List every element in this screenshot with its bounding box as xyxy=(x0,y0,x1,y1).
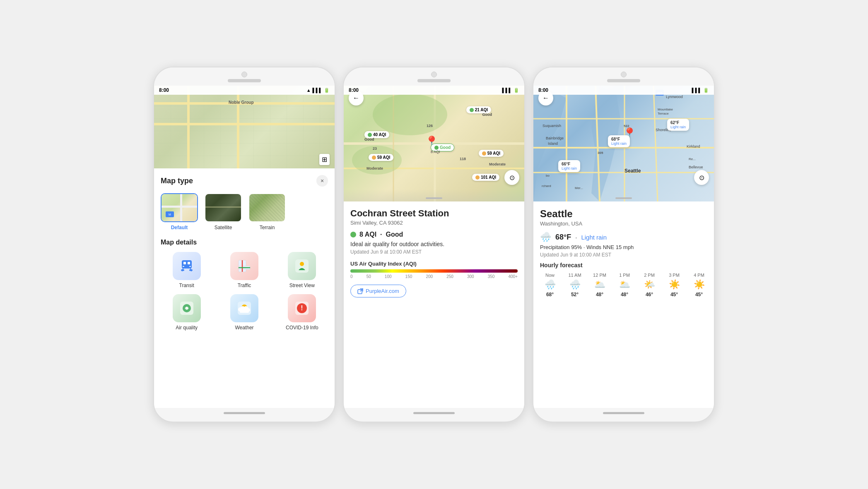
svg-line-41 xyxy=(360,289,363,291)
hourly-icon-6: ☀️ xyxy=(694,279,705,290)
hourly-icon-4: 🌤️ xyxy=(644,279,655,290)
weather-map: 405 305 522 Lynnwood Mountlake Terrace S… xyxy=(533,86,714,201)
svg-text:Suquamish: Suquamish xyxy=(542,124,561,128)
phone-3: 405 305 522 Lynnwood Mountlake Terrace S… xyxy=(533,67,715,422)
traffic-icon xyxy=(230,252,258,280)
map-type-thumb-default: M xyxy=(161,193,198,222)
map-details-title: Map details xyxy=(161,239,328,246)
detail-covid[interactable]: ! COVID-19 Info xyxy=(276,294,328,331)
locate-button-3[interactable]: ⊙ xyxy=(694,170,709,185)
map-type-satellite[interactable]: Satellite xyxy=(205,193,242,230)
svg-text:Bellevue: Bellevue xyxy=(689,165,703,169)
road-v xyxy=(180,194,182,221)
status-icons-3: ▌▌▌ 🔋 xyxy=(692,88,709,93)
hourly-1pm: 1 PM 🌥️ 48° xyxy=(615,273,634,297)
aqi-updated: Updated Jun 9 at 10:00 AM EST xyxy=(350,249,518,255)
svg-rect-5 xyxy=(188,262,190,264)
weather-badge-62: 62°F Light rain xyxy=(667,119,689,131)
hourly-title: Hourly forecast xyxy=(540,262,707,268)
back-icon-3: ← xyxy=(542,94,549,102)
locate-button-2[interactable]: ⊙ xyxy=(504,170,519,185)
speaker-3 xyxy=(607,79,640,82)
detail-street[interactable]: Street View xyxy=(276,252,328,288)
map-road-v1 xyxy=(187,86,190,168)
detail-air[interactable]: Air quality xyxy=(161,294,212,331)
hourly-temp-1: 52° xyxy=(571,292,579,297)
terrain-lines xyxy=(249,194,285,221)
detail-traffic[interactable]: Traffic xyxy=(218,252,270,288)
speaker-1 xyxy=(228,79,261,82)
weather-icon xyxy=(230,294,258,322)
status-icons-1: ▲ ▌▌▌ 🔋 xyxy=(306,88,330,93)
air-label: Air quality xyxy=(176,325,198,331)
aqi-dot-21 xyxy=(470,108,474,112)
svg-text:Lynnwood: Lynnwood xyxy=(666,95,683,99)
aqi-dot-8 xyxy=(434,146,439,150)
map-type-panel: Map type × M Default xyxy=(154,168,335,337)
aqi-dot-101 xyxy=(475,175,480,180)
aqi-8-value: 8 AQI xyxy=(431,150,440,154)
aqi-dot-59r xyxy=(482,151,486,156)
aqi-label-21: 21 AQI xyxy=(475,108,488,112)
aqi-status-dot xyxy=(350,232,356,237)
svg-text:Kirkland: Kirkland xyxy=(687,144,700,149)
hourly-icon-3: 🌥️ xyxy=(619,279,630,290)
hourly-scroll[interactable]: Now 🌧️ 68° 11 AM 🌧️ 52° 12 PM 🌥️ 48° xyxy=(540,273,707,299)
aqi-status-row: 8 AQI · Good xyxy=(350,231,518,238)
external-link-icon xyxy=(357,288,363,294)
camera-3 xyxy=(621,72,627,77)
panel-header: Map type × xyxy=(161,175,328,187)
map-type-terrain[interactable]: Terrain xyxy=(248,193,286,230)
aqi-map-bg: 23 126 118 8:00 ▌▌▌ 🔋 ← xyxy=(344,86,524,201)
aqi-badge-101: 101 AQI xyxy=(472,174,499,181)
weather-label: Weather xyxy=(235,325,253,331)
speaker-2 xyxy=(417,79,451,82)
scroll-indicator-2 xyxy=(426,197,442,199)
svg-point-20 xyxy=(186,307,188,309)
aqi-info-panel: Cochran Street Station Simi Valley, CA 9… xyxy=(344,201,524,304)
hourly-time-2: 12 PM xyxy=(593,273,606,278)
phone-2: 23 126 118 8:00 ▌▌▌ 🔋 ← xyxy=(343,67,525,422)
svg-text:bo: bo xyxy=(546,174,550,177)
road-h xyxy=(162,206,197,208)
close-button[interactable]: × xyxy=(316,175,328,187)
map-fade-2 xyxy=(344,189,524,201)
hourly-now: Now 🌧️ 68° xyxy=(540,273,560,297)
map-type-grid: M Default Satellite xyxy=(161,193,328,230)
status-bar-3: 8:00 ▌▌▌ 🔋 xyxy=(533,86,714,95)
detail-weather[interactable]: Weather xyxy=(218,294,270,331)
svg-text:Mer...: Mer... xyxy=(575,186,583,190)
svg-rect-4 xyxy=(183,262,186,264)
signal-2: ▌▌▌ xyxy=(502,88,512,93)
layers-icon[interactable]: ⊞ xyxy=(319,154,330,165)
phone-2-content: 23 126 118 8:00 ▌▌▌ 🔋 ← xyxy=(344,86,524,408)
phone-top-2 xyxy=(344,67,524,86)
hourly-temp-3: 48° xyxy=(621,292,628,297)
hourly-temp-0: 68° xyxy=(546,292,554,297)
map-type-thumb-terrain xyxy=(248,193,286,222)
svg-text:126: 126 xyxy=(427,124,433,128)
rain-icon: 🌧️ xyxy=(540,232,551,242)
aqi-gradient-bar xyxy=(350,269,518,273)
transit-label: Transit xyxy=(179,283,194,288)
weather-info-panel: Seattle Washington, USA 🌧️ 68°F · Light … xyxy=(533,201,714,306)
hourly-time-0: Now xyxy=(545,273,555,278)
good-label-2: Good xyxy=(364,137,374,141)
svg-point-17 xyxy=(300,262,304,266)
map-type-default[interactable]: M Default xyxy=(161,193,198,230)
hourly-temp-2: 48° xyxy=(596,292,603,297)
map-road-v2 xyxy=(237,86,239,168)
aqi-label-59r: 59 AQI xyxy=(487,151,500,156)
back-icon-2: ← xyxy=(353,94,359,102)
svg-text:rchard: rchard xyxy=(542,184,551,188)
aqi-dot-40 xyxy=(368,133,372,137)
svg-text:!: ! xyxy=(301,304,303,312)
camera-1 xyxy=(241,72,247,77)
purpleair-button[interactable]: PurpleAir.com xyxy=(350,285,406,297)
scroll-indicator-3 xyxy=(615,197,632,199)
battery-2: 🔋 xyxy=(514,88,519,93)
weather-temp: 68°F xyxy=(555,233,571,242)
sat-road xyxy=(205,206,241,208)
detail-transit[interactable]: Transit xyxy=(161,252,212,288)
map-type-label-terrain: Terrain xyxy=(260,225,275,230)
